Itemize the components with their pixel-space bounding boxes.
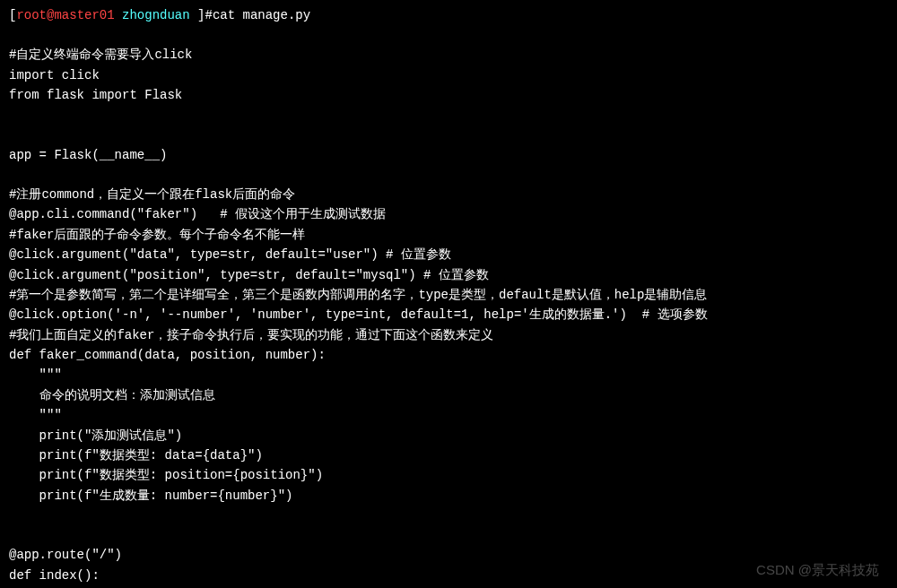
code-line xyxy=(9,506,888,525)
prompt-line: [root@master01 zhognduan ]#cat manage.py xyxy=(9,5,888,25)
code-line: print(f"数据类型: data={data}") xyxy=(9,445,888,465)
code-line: import click xyxy=(9,65,888,85)
code-line xyxy=(9,25,888,45)
prompt-user: root xyxy=(16,8,47,22)
code-line xyxy=(9,165,888,185)
code-line: @click.argument("data", type=str, defaul… xyxy=(9,245,888,264)
terminal-output: [root@master01 zhognduan ]#cat manage.py… xyxy=(9,5,888,588)
code-line: @click.argument("position", type=str, de… xyxy=(9,265,888,285)
code-comment: #注册commond，自定义一个跟在flask后面的命令 xyxy=(9,185,888,204)
code-line: from flask import Flask xyxy=(9,85,888,105)
code-line: 命令的说明文档：添加测试信息 xyxy=(9,385,888,405)
code-line xyxy=(9,125,888,145)
code-line: app = Flask(__name__) xyxy=(9,145,888,165)
code-comment: #faker后面跟的子命令参数。每个子命令名不能一样 xyxy=(9,225,888,245)
prompt-command: cat manage.py xyxy=(213,8,310,22)
code-line: """ xyxy=(9,365,888,385)
code-comment: #自定义终端命令需要导入click xyxy=(9,45,888,65)
prompt-dir: zhognduan xyxy=(122,8,190,22)
code-line: print(f"生成数量: number={number}") xyxy=(9,486,888,506)
code-line xyxy=(9,106,888,125)
watermark-text: CSDN @景天科技苑 xyxy=(756,559,879,581)
code-line: def faker_command(data, position, number… xyxy=(9,345,888,365)
code-line: print("添加测试信息") xyxy=(9,426,888,445)
code-line: @app.cli.command("faker") # 假设这个用于生成测试数据 xyxy=(9,204,888,224)
code-line: print(f"数据类型: position={position}") xyxy=(9,465,888,485)
code-line: @click.option('-n', '--number', 'number'… xyxy=(9,305,888,324)
code-line xyxy=(9,525,888,545)
prompt-host: master01 xyxy=(54,8,114,22)
code-comment: #第一个是参数简写，第二个是详细写全，第三个是函数内部调用的名字，type是类型… xyxy=(9,285,888,305)
code-line: """ xyxy=(9,405,888,425)
code-comment: #我们上面自定义的faker，接子命令执行后，要实现的功能，通过下面这个函数来定… xyxy=(9,325,888,345)
bracket-close: ]# xyxy=(197,8,213,22)
